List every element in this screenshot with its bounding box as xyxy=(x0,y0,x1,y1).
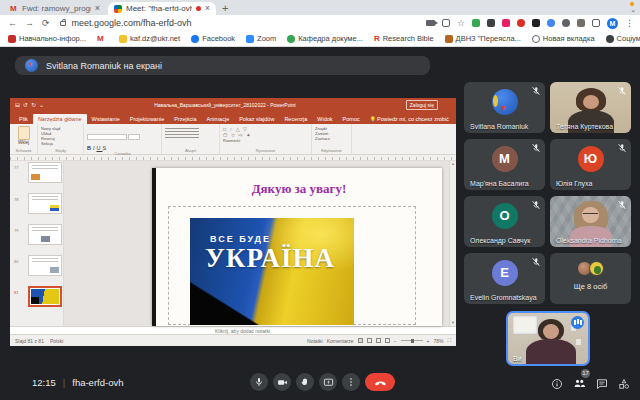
leave-call-button[interactable] xyxy=(365,373,395,391)
reading-view-icon[interactable] xyxy=(376,338,381,343)
section-button[interactable]: Sekcja xyxy=(41,141,80,146)
extension-icon[interactable] xyxy=(487,19,495,27)
font-name-box[interactable] xyxy=(87,134,127,140)
raise-hand-button[interactable] xyxy=(296,373,314,391)
redo-icon[interactable]: ↻ xyxy=(31,101,36,108)
active-speaker-tile[interactable]: Ви xyxy=(506,311,590,366)
quick-access-toolbar[interactable]: ⊟↺↻⌄ xyxy=(15,101,44,108)
participant-tile[interactable]: Ю Юлія Глуха xyxy=(550,139,631,190)
shared-screen-powerpoint[interactable]: ⊟↺↻⌄ Навальна_Варшавський_університет_28… xyxy=(10,98,456,346)
browser-menu-icon[interactable]: ⋮ xyxy=(625,18,634,28)
slide-thumbnail[interactable] xyxy=(28,224,62,245)
tab-wstawianie[interactable]: Wstawianie xyxy=(87,114,125,124)
bookmark-item[interactable]: ДВНЗ "Переясла... xyxy=(445,34,521,43)
more-participants-tile[interactable]: Ще 8 осіб xyxy=(550,253,631,304)
normal-view-icon[interactable] xyxy=(358,338,363,343)
bookmark-item[interactable]: Zoom xyxy=(246,34,276,43)
extension-icon[interactable] xyxy=(532,19,540,27)
ukraine-flag-image[interactable]: ВСЕ БУДЕ УКРАЇНА xyxy=(190,218,354,325)
bookmark-item[interactable]: Новая вкладка xyxy=(532,34,595,43)
bookmark-item[interactable]: M xyxy=(97,35,108,43)
people-button[interactable]: 17 xyxy=(573,375,586,393)
scroll-up-icon[interactable]: ▲ xyxy=(451,161,455,166)
slide-thumbnail-selected[interactable] xyxy=(28,286,62,307)
extension-icon[interactable] xyxy=(472,19,480,27)
participant-tile[interactable]: Svitlana Romaniuk xyxy=(464,82,545,133)
bookmark-item[interactable]: RResearch Bible xyxy=(374,34,434,43)
tab-gmail[interactable]: M Fwd: ramowy_program - mnav × xyxy=(4,2,106,15)
zoom-in-button[interactable]: + xyxy=(427,338,430,344)
save-icon[interactable]: ⊟ xyxy=(15,101,20,108)
undo-icon[interactable]: ↺ xyxy=(23,101,28,108)
tab-widok[interactable]: Widok xyxy=(312,114,337,124)
qat-chevron-icon[interactable]: ⌄ xyxy=(39,101,44,108)
select-button[interactable]: Zaznacz xyxy=(315,136,348,141)
new-tab-button[interactable]: + xyxy=(222,2,228,14)
side-panel-icon[interactable] xyxy=(592,19,600,27)
language-indicator[interactable]: Polski xyxy=(50,338,63,344)
sorter-view-icon[interactable] xyxy=(367,338,372,343)
zoom-slider[interactable] xyxy=(401,340,423,341)
tab-animacje[interactable]: Animacje xyxy=(202,114,235,124)
tab-przejscia[interactable]: Przejścia xyxy=(169,114,201,124)
bookmark-item[interactable]: Навчально-інфор... xyxy=(8,34,86,43)
tab-plik[interactable]: Plik xyxy=(14,114,33,124)
slideshow-view-icon[interactable] xyxy=(385,338,390,343)
url-text[interactable]: meet.google.com/fha-erfd-ovh xyxy=(72,18,426,28)
tab-pokaz-slajdow[interactable]: Pokaz slajdów xyxy=(234,114,279,124)
extension-icon[interactable] xyxy=(502,19,510,27)
notes-pane[interactable]: Kliknij, aby dodać notatki xyxy=(10,326,456,334)
sign-in-button[interactable]: Zaloguj się xyxy=(406,100,438,110)
camera-in-use-icon[interactable] xyxy=(426,20,435,26)
tab-narzedzia-glowne[interactable]: Narzędzia główne xyxy=(33,114,87,124)
slide-thumbnail[interactable] xyxy=(28,193,62,214)
participant-tile[interactable]: Тетяна Куртекова xyxy=(550,82,631,133)
present-button[interactable] xyxy=(319,373,337,391)
tell-me-box[interactable]: Powiedz mi, co chcesz zrobić xyxy=(365,114,454,124)
bookmark-item[interactable]: Facebook xyxy=(191,34,235,43)
slide-thumbnail-panel[interactable]: 77 78 79 80 81 xyxy=(10,161,64,326)
tab-projektowanie[interactable]: Projektowanie xyxy=(125,114,170,124)
bookmark-item[interactable]: Кафедра докуме... xyxy=(287,34,363,43)
participant-tile[interactable]: Oleksandra Pidhorna xyxy=(550,196,631,247)
profile-avatar[interactable]: M xyxy=(607,18,618,29)
extension-icon[interactable] xyxy=(547,19,555,27)
mic-button[interactable] xyxy=(250,373,268,391)
tab-search-chevron-icon[interactable]: ⌄ xyxy=(630,6,636,14)
tab-pomoc[interactable]: Pomoc xyxy=(338,114,365,124)
chat-button[interactable] xyxy=(596,378,608,390)
reload-button[interactable]: ⟳ xyxy=(42,18,50,28)
paragraph-buttons[interactable] xyxy=(165,128,199,138)
tab-close-icon[interactable]: × xyxy=(95,4,100,13)
bookmark-item[interactable]: Соціум. Докумен... xyxy=(606,34,640,43)
save-page-icon[interactable] xyxy=(442,19,450,27)
paste-button[interactable] xyxy=(18,126,30,140)
font-size-box[interactable] xyxy=(128,134,140,140)
zoom-out-button[interactable]: − xyxy=(394,338,397,344)
extension-icon[interactable] xyxy=(562,19,570,27)
zoom-percent[interactable]: 78% xyxy=(433,338,443,344)
bookmark-star-icon[interactable]: ☆ xyxy=(457,18,465,28)
comments-toggle[interactable]: Komentarze xyxy=(327,338,354,344)
slide-canvas[interactable]: Дякую за увагу! ВСЕ БУДЕ УКРАЇНА ▲ ▼ xyxy=(64,161,456,326)
participant-tile[interactable]: О Олександр Савчук xyxy=(464,196,545,247)
vertical-scrollbar[interactable]: ▲ ▼ xyxy=(449,161,456,326)
tab-meet[interactable]: Meet: "fha-erfd-ovh" × xyxy=(108,2,216,15)
scroll-down-icon[interactable]: ▼ xyxy=(450,320,456,325)
back-button[interactable]: ← xyxy=(8,18,17,28)
tab-recenzja[interactable]: Recenzja xyxy=(279,114,312,124)
extensions-puzzle-icon[interactable] xyxy=(577,19,585,27)
participant-tile[interactable]: М Мар'яна Басалига xyxy=(464,139,545,190)
camera-button[interactable] xyxy=(273,373,291,391)
notes-toggle[interactable]: Notatki xyxy=(307,338,323,344)
activities-button[interactable] xyxy=(618,378,630,390)
bookmark-item[interactable]: kaf.dz@ukr.net xyxy=(119,34,180,43)
arrange-button[interactable]: Rozmieść xyxy=(223,138,308,143)
more-options-button[interactable] xyxy=(342,373,360,391)
slide-thumbnail[interactable] xyxy=(28,255,62,276)
slide-thumbnail[interactable] xyxy=(28,162,62,183)
participant-tile[interactable]: E Evelin Gromnatskaya xyxy=(464,253,545,304)
info-button[interactable] xyxy=(551,378,563,390)
slide-title[interactable]: Дякую за увагу! xyxy=(156,181,442,197)
current-slide[interactable]: Дякую за увагу! ВСЕ БУДЕ УКРАЇНА xyxy=(152,168,442,326)
